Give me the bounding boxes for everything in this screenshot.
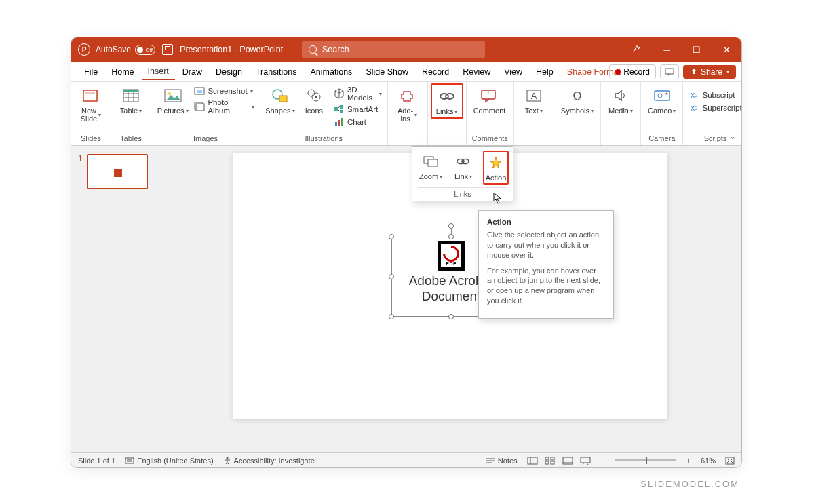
svg-rect-38 — [428, 159, 438, 166]
speaker-icon — [610, 86, 631, 105]
table-button[interactable]: Table▾ — [117, 85, 145, 116]
tab-home[interactable]: Home — [105, 64, 140, 79]
tab-view[interactable]: View — [498, 64, 528, 79]
zoom-button[interactable]: Zoom▾ — [418, 151, 444, 185]
powerpoint-icon: P — [78, 43, 90, 56]
subscript-button[interactable]: x2Subscript — [689, 89, 741, 101]
autosave-toggle[interactable]: AutoSave Off — [96, 45, 155, 55]
mouse-cursor-icon — [493, 192, 503, 204]
tab-animations[interactable]: Animations — [305, 64, 359, 79]
tab-slideshow[interactable]: Slide Show — [360, 64, 414, 79]
svg-rect-0 — [665, 69, 674, 74]
new-slide-icon — [81, 86, 101, 105]
svg-text:+: + — [487, 88, 491, 96]
zoom-slider[interactable] — [615, 459, 676, 461]
smartart-button[interactable]: SmartArt — [334, 103, 382, 115]
addins-icon — [398, 86, 418, 105]
link-button[interactable]: Link▾ — [450, 151, 476, 185]
action-tooltip: Action Give the selected object an actio… — [478, 210, 614, 319]
tooltip-body-1: Give the selected object an action to ca… — [487, 230, 605, 260]
zoom-percent[interactable]: 61% — [701, 457, 716, 465]
ribbon-display-icon[interactable] — [622, 37, 652, 62]
tab-file[interactable]: File — [78, 64, 104, 79]
svg-point-18 — [308, 90, 315, 96]
save-icon[interactable] — [162, 44, 173, 55]
svg-rect-24 — [335, 122, 337, 126]
addins-button[interactable]: Add- ins▾ — [393, 85, 422, 124]
status-accessibility[interactable]: Accessibility: Investigate — [223, 457, 315, 465]
minimize-button[interactable]: ─ — [652, 37, 682, 62]
fit-to-window-icon[interactable] — [725, 457, 735, 465]
text-button[interactable]: A Text▾ — [520, 85, 548, 116]
status-slide-count[interactable]: Slide 1 of 1 — [78, 457, 115, 465]
collapse-ribbon-button[interactable]: ⌄ — [729, 132, 736, 141]
svg-rect-50 — [545, 457, 549, 460]
svg-text:A: A — [530, 91, 537, 101]
screenshot-icon — [194, 85, 205, 96]
tab-record[interactable]: Record — [416, 64, 455, 79]
app-window: P AutoSave Off Presentation1 - PowerPoin… — [71, 37, 742, 468]
ribbon: New Slide▾ Slides Table▾ Tables Pictures… — [71, 82, 741, 146]
shapes-icon — [270, 86, 290, 105]
resize-handle[interactable] — [389, 234, 394, 239]
cameo-button[interactable]: Cameo▾ — [646, 85, 677, 116]
close-button[interactable]: ✕ — [712, 37, 741, 62]
links-button[interactable]: Links▾ — [433, 85, 461, 117]
resize-handle[interactable] — [389, 314, 394, 319]
sorter-view-icon[interactable] — [545, 457, 556, 465]
pictures-button[interactable]: Pictures▾ — [157, 85, 189, 116]
symbols-button[interactable]: Ω Symbols▾ — [560, 85, 595, 116]
rotate-handle[interactable] — [448, 223, 454, 229]
reading-view-icon[interactable] — [562, 457, 573, 465]
superscript-button[interactable]: x2Superscript — [689, 102, 741, 114]
tab-help[interactable]: Help — [530, 64, 560, 79]
slideshow-view-icon[interactable] — [580, 457, 591, 465]
new-slide-button[interactable]: New Slide▾ — [77, 85, 105, 124]
svg-rect-48 — [528, 457, 537, 464]
notes-button[interactable]: Notes — [486, 457, 518, 465]
3d-models-button[interactable]: 3D Models▾ — [334, 85, 382, 102]
resize-handle[interactable] — [448, 314, 454, 319]
window-controls: ─ ☐ ✕ — [622, 37, 741, 62]
svg-rect-26 — [341, 118, 343, 126]
action-button[interactable]: Action — [483, 151, 509, 185]
comment-button[interactable]: + Comment — [472, 85, 507, 116]
chart-button[interactable]: Chart — [334, 116, 382, 128]
share-button[interactable]: Share▾ — [683, 65, 736, 79]
cube-icon — [334, 88, 345, 99]
tab-transitions[interactable]: Transitions — [250, 64, 303, 79]
toggle-switch[interactable]: Off — [135, 45, 155, 55]
tab-design[interactable]: Design — [210, 64, 248, 79]
pdf-object-icon[interactable]: PDF — [438, 241, 465, 271]
link-icon — [453, 152, 473, 171]
svg-rect-2 — [85, 92, 95, 94]
icons-button[interactable]: Icons — [300, 85, 328, 116]
comments-pane-button[interactable] — [660, 64, 679, 79]
slide-thumbnail-1[interactable] — [87, 154, 148, 189]
screenshot-button[interactable]: Screenshot▾ — [194, 85, 254, 97]
omega-icon: Ω — [567, 86, 587, 105]
resize-handle[interactable] — [448, 234, 454, 239]
zoom-in-button[interactable]: + — [686, 455, 691, 466]
svg-rect-53 — [551, 461, 554, 464]
status-language[interactable]: English (United States) — [125, 457, 214, 465]
tab-review[interactable]: Review — [457, 64, 497, 79]
record-button[interactable]: Record — [609, 64, 656, 79]
tab-insert[interactable]: Insert — [142, 64, 175, 80]
tab-draw[interactable]: Draw — [176, 64, 208, 79]
search-box[interactable]: Search — [302, 41, 485, 58]
normal-view-icon[interactable] — [527, 457, 538, 465]
zoom-out-button[interactable]: − — [600, 455, 606, 466]
media-button[interactable]: Media▾ — [606, 85, 635, 116]
ribbon-group-images: Pictures▾ Screenshot▾ Photo Album▾ Image… — [151, 82, 260, 145]
view-buttons — [527, 457, 591, 465]
thumbnail-pane[interactable]: 1 — [71, 146, 159, 452]
photo-album-button[interactable]: Photo Album▾ — [194, 98, 254, 115]
svg-text:Ω: Ω — [573, 90, 581, 103]
svg-rect-17 — [279, 96, 287, 102]
svg-rect-22 — [340, 105, 343, 109]
maximize-button[interactable]: ☐ — [682, 37, 712, 62]
shapes-button[interactable]: Shapes▾ — [266, 85, 294, 116]
svg-point-40 — [462, 159, 469, 164]
menu-bar: File Home Insert Draw Design Transitions… — [71, 62, 741, 82]
